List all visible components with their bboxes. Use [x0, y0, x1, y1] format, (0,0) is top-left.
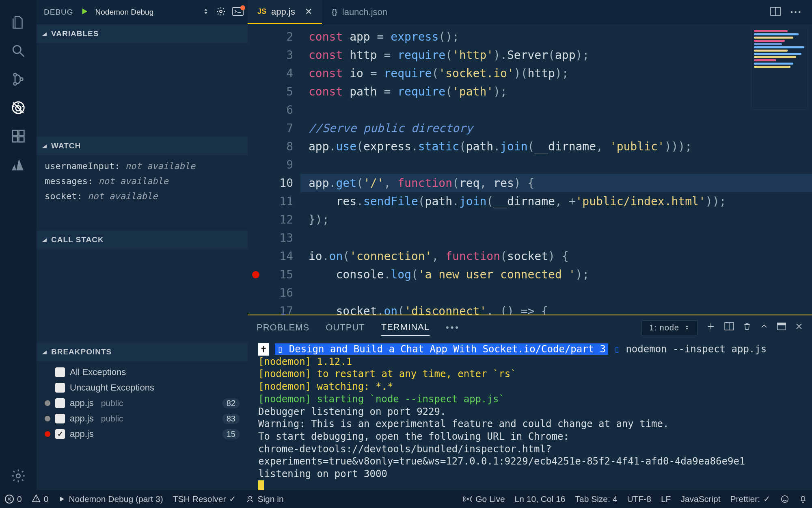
section-title: BREAKPOINTS: [51, 347, 112, 356]
watch-body: usernameInput: not availablemessages: no…: [37, 155, 248, 230]
section-watch-header[interactable]: ◢ WATCH: [37, 137, 248, 155]
status-debug-target[interactable]: Nodemon Debug (part 3): [58, 494, 163, 504]
status-errors[interactable]: ✕ 0: [5, 494, 22, 504]
breakpoint-item[interactable]: ✓ app.js15: [37, 426, 248, 442]
chevron-down-icon: ◢: [42, 31, 47, 37]
debug-header: DEBUG Nodemon Debug: [37, 0, 248, 24]
tab-label: launch.json: [342, 7, 387, 17]
section-variables-header[interactable]: ◢ VARIABLES: [37, 24, 248, 43]
editor-tab[interactable]: JS app.js ✕: [248, 0, 322, 24]
svg-point-18: [467, 498, 469, 500]
svg-rect-8: [13, 137, 18, 142]
status-signin[interactable]: Sign in: [246, 494, 283, 504]
svg-rect-6: [13, 130, 18, 136]
gear-icon[interactable]: [216, 7, 226, 18]
editor-tab[interactable]: {} launch.json: [322, 0, 397, 24]
tab-output[interactable]: OUTPUT: [326, 320, 365, 335]
status-warnings[interactable]: 0: [32, 494, 49, 505]
file-icon: {}: [332, 8, 337, 16]
extensions-icon[interactable]: [0, 122, 37, 150]
section-breakpoints-header[interactable]: ◢ BREAKPOINTS: [37, 343, 248, 361]
svg-point-3: [20, 78, 23, 81]
breakpoint-item[interactable]: app.jspublic83: [37, 411, 248, 426]
minimap[interactable]: [751, 28, 808, 110]
status-go-live[interactable]: Go Live: [463, 494, 505, 504]
activity-bar: [0, 0, 37, 490]
status-feedback-icon[interactable]: [780, 495, 789, 504]
chevron-down-icon: ◢: [42, 237, 47, 243]
play-icon[interactable]: [80, 7, 89, 18]
chevron-up-icon[interactable]: [760, 322, 768, 333]
debug-console-icon[interactable]: [232, 7, 244, 18]
warning-icon: [32, 494, 41, 505]
tab-problems[interactable]: PROBLEMS: [257, 320, 309, 335]
tab-terminal[interactable]: TERMINAL: [381, 319, 430, 336]
more-actions-icon[interactable]: •••: [790, 9, 802, 16]
section-callstack-header[interactable]: ◢ CALL STACK: [37, 230, 248, 249]
breakpoint-builtin[interactable]: All Exceptions: [37, 365, 248, 380]
checkbox[interactable]: ✓: [55, 429, 65, 439]
line-number-gutter: 234567891011121314151617: [264, 24, 300, 315]
chevron-down-icon: ◢: [42, 143, 47, 149]
bottom-panel: PROBLEMS OUTPUT TERMINAL ••• 1: node: [248, 315, 812, 490]
editor-area: JS app.js ✕{} launch.json ••• 2345678910…: [248, 0, 812, 490]
debug-icon[interactable]: [0, 93, 37, 122]
svg-point-1: [14, 73, 17, 76]
more-tabs-icon[interactable]: •••: [446, 322, 460, 333]
breakpoint-gutter[interactable]: [248, 24, 264, 315]
svg-point-10: [16, 474, 20, 478]
tab-label: app.js: [271, 7, 295, 17]
status-resolver[interactable]: TSH Resolver ✓: [173, 494, 237, 504]
breakpoint-builtin[interactable]: Uncaught Exceptions: [37, 380, 248, 395]
status-eol[interactable]: LF: [661, 494, 671, 504]
section-title: VARIABLES: [51, 29, 99, 38]
terminal-selector-label: 1: node: [649, 323, 679, 332]
checkbox[interactable]: [55, 367, 65, 377]
svg-rect-7: [19, 130, 24, 136]
gear-icon[interactable]: [0, 462, 37, 490]
kill-terminal-icon[interactable]: [743, 322, 751, 333]
svg-point-19: [782, 496, 788, 503]
maximize-panel-icon[interactable]: [777, 322, 786, 333]
status-bell-icon[interactable]: [799, 495, 807, 504]
code-area[interactable]: const app = express();const http = requi…: [300, 24, 812, 315]
breakpoint-dot-icon: [45, 400, 50, 406]
files-icon[interactable]: [0, 8, 37, 37]
status-tabsize[interactable]: Tab Size: 4: [575, 494, 618, 504]
variables-body: [37, 43, 248, 137]
status-encoding[interactable]: UTF-8: [627, 494, 651, 504]
section-title: CALL STACK: [51, 235, 104, 244]
breakpoint-dot-icon: [45, 431, 50, 437]
editor-body[interactable]: 234567891011121314151617 const app = exp…: [248, 24, 812, 315]
close-panel-icon[interactable]: [795, 322, 803, 333]
error-icon: ✕: [5, 495, 14, 504]
section-title: WATCH: [51, 141, 81, 150]
checkbox[interactable]: [55, 383, 65, 393]
checkbox[interactable]: [55, 414, 65, 423]
watch-expression[interactable]: messages: not available: [37, 174, 248, 189]
watch-expression[interactable]: socket: not available: [37, 189, 248, 204]
source-control-icon[interactable]: [0, 65, 37, 93]
status-bar: ✕ 0 0 Nodemon Debug (part 3) TSH Resolve…: [0, 490, 812, 508]
status-cursor[interactable]: Ln 10, Col 16: [515, 494, 566, 504]
azure-icon[interactable]: [0, 150, 37, 179]
watch-expression[interactable]: usernameInput: not available: [37, 158, 248, 174]
breakpoints-body: All ExceptionsUncaught Exceptions app.js…: [37, 361, 248, 445]
close-icon[interactable]: ✕: [305, 7, 312, 17]
terminal-output[interactable]: ✝ ▯ Design and Build a Chat App With Soc…: [248, 340, 812, 490]
terminal-selector[interactable]: 1: node: [641, 320, 698, 335]
status-language[interactable]: JavaScript: [680, 494, 720, 504]
new-terminal-icon[interactable]: [706, 322, 715, 333]
svg-point-2: [14, 82, 17, 85]
breakpoint-dot-icon: [45, 416, 50, 421]
checkbox[interactable]: [55, 398, 65, 408]
updown-icon[interactable]: [202, 7, 209, 18]
split-editor-icon[interactable]: [770, 7, 781, 17]
status-prettier[interactable]: Prettier: ✓: [730, 494, 771, 504]
search-icon[interactable]: [0, 37, 37, 65]
svg-point-17: [249, 496, 252, 499]
debug-config-select[interactable]: Nodemon Debug: [95, 8, 196, 17]
breakpoint-item[interactable]: app.jspublic82: [37, 395, 248, 411]
split-terminal-icon[interactable]: [724, 322, 734, 333]
svg-rect-9: [19, 137, 24, 142]
